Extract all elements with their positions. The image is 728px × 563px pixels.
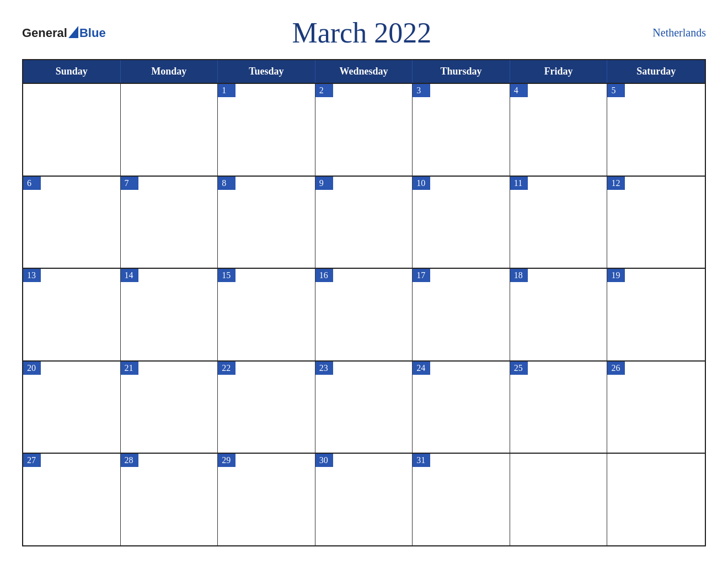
day-header-wednesday: Wednesday <box>315 60 413 83</box>
day-number: 31 <box>413 454 430 467</box>
logo: General Blue <box>22 26 106 40</box>
day-cell: 17 <box>413 269 510 360</box>
day-number: 5 <box>607 84 625 97</box>
day-number: 16 <box>315 269 333 282</box>
day-cell: 6 <box>23 177 121 268</box>
day-cell: 9 <box>315 177 413 268</box>
day-number: 10 <box>413 177 430 190</box>
calendar: SundayMondayTuesdayWednesdayThursdayFrid… <box>22 59 706 546</box>
day-number: 12 <box>607 177 625 190</box>
day-header-monday: Monday <box>121 60 218 83</box>
header: General Blue March 2022 Netherlands <box>22 17 706 49</box>
calendar-body: 1234567891011121314151617181920212223242… <box>23 83 705 545</box>
day-number: 2 <box>315 84 333 97</box>
day-number: 11 <box>510 177 528 190</box>
day-cell: 12 <box>607 177 705 268</box>
day-cell: 4 <box>510 84 608 176</box>
day-cell: 25 <box>510 362 608 453</box>
day-number: 13 <box>23 269 41 282</box>
day-cell: 1 <box>218 84 315 176</box>
week-row-5: 2728293031 <box>23 453 705 545</box>
day-cell: 31 <box>413 454 510 545</box>
day-number: 19 <box>607 269 625 282</box>
day-cell <box>121 84 218 176</box>
day-number: 15 <box>218 269 235 282</box>
day-cell: 29 <box>218 454 315 545</box>
logo-triangle <box>68 26 78 40</box>
day-number: 24 <box>413 362 430 375</box>
day-header-sunday: Sunday <box>23 60 121 83</box>
day-cell: 21 <box>121 362 218 453</box>
week-row-2: 6789101112 <box>23 176 705 268</box>
day-number: 21 <box>121 362 138 375</box>
day-cell: 8 <box>218 177 315 268</box>
day-cell: 15 <box>218 269 315 360</box>
day-number: 29 <box>218 454 235 467</box>
day-cell: 11 <box>510 177 608 268</box>
day-header-friday: Friday <box>510 60 608 83</box>
day-cell: 16 <box>315 269 413 360</box>
day-cell <box>23 84 121 176</box>
day-cell: 18 <box>510 269 608 360</box>
days-header: SundayMondayTuesdayWednesdayThursdayFrid… <box>23 60 705 83</box>
day-header-thursday: Thursday <box>413 60 510 83</box>
day-cell: 26 <box>607 362 705 453</box>
logo-text: General <box>22 26 67 40</box>
day-number: 25 <box>510 362 528 375</box>
week-row-3: 13141516171819 <box>23 268 705 360</box>
day-number: 4 <box>510 84 528 97</box>
day-number: 23 <box>315 362 333 375</box>
day-number: 18 <box>510 269 528 282</box>
day-header-tuesday: Tuesday <box>218 60 315 83</box>
day-number: 14 <box>121 269 138 282</box>
day-number: 17 <box>413 269 430 282</box>
day-cell: 28 <box>121 454 218 545</box>
day-cell <box>510 454 608 545</box>
day-number: 1 <box>218 84 235 97</box>
day-number: 26 <box>607 362 625 375</box>
calendar-title: March 2022 <box>106 17 618 49</box>
day-header-saturday: Saturday <box>607 60 705 83</box>
day-cell: 24 <box>413 362 510 453</box>
day-number: 3 <box>413 84 430 97</box>
day-number: 8 <box>218 177 235 190</box>
day-number: 22 <box>218 362 235 375</box>
day-cell: 20 <box>23 362 121 453</box>
day-number: 27 <box>23 454 41 467</box>
day-cell: 30 <box>315 454 413 545</box>
day-cell: 3 <box>413 84 510 176</box>
country-label: Netherlands <box>618 26 706 39</box>
day-number: 28 <box>121 454 138 467</box>
day-cell: 7 <box>121 177 218 268</box>
day-cell: 22 <box>218 362 315 453</box>
day-cell: 5 <box>607 84 705 176</box>
day-cell: 23 <box>315 362 413 453</box>
svg-marker-0 <box>68 26 78 38</box>
week-row-4: 20212223242526 <box>23 360 705 453</box>
day-cell <box>607 454 705 545</box>
logo-blue-text: Blue <box>79 26 106 40</box>
day-number: 7 <box>121 177 138 190</box>
day-cell: 27 <box>23 454 121 545</box>
day-number: 9 <box>315 177 333 190</box>
week-row-1: 12345 <box>23 83 705 176</box>
day-cell: 19 <box>607 269 705 360</box>
day-cell: 10 <box>413 177 510 268</box>
day-cell: 13 <box>23 269 121 360</box>
day-number: 30 <box>315 454 333 467</box>
day-cell: 2 <box>315 84 413 176</box>
day-cell: 14 <box>121 269 218 360</box>
day-number: 20 <box>23 362 41 375</box>
day-number: 6 <box>23 177 41 190</box>
